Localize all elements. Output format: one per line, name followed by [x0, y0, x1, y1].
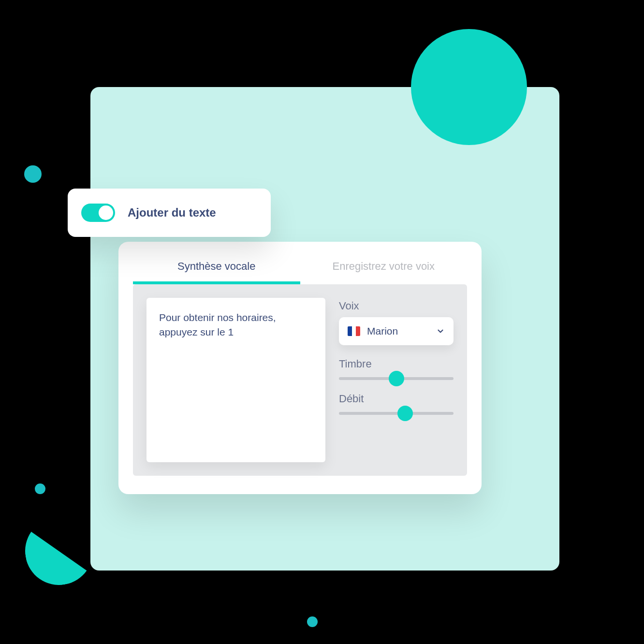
tabs: Synthèse vocale Enregistrez votre voix	[133, 255, 467, 284]
france-flag-icon	[348, 326, 360, 336]
voice-selected-name: Marion	[367, 325, 429, 337]
debit-slider-thumb[interactable]	[397, 406, 413, 421]
voice-controls: Voix Marion Timbre Débit	[339, 298, 454, 462]
timbre-slider-thumb[interactable]	[389, 371, 404, 386]
debit-label: Débit	[339, 393, 454, 405]
debit-slider[interactable]	[339, 412, 454, 415]
decoration-dot	[35, 483, 45, 494]
tab-content: Pour obtenir nos horaires, appuyez sur l…	[133, 284, 467, 476]
decoration-circle-large	[411, 29, 527, 145]
decoration-half-circle	[20, 512, 98, 590]
voice-dropdown[interactable]: Marion	[339, 317, 454, 345]
debit-group: Débit	[339, 393, 454, 415]
add-text-label: Ajouter du texte	[128, 206, 216, 220]
chevron-down-icon	[436, 327, 445, 336]
toggle-knob	[99, 205, 113, 220]
voice-group: Voix Marion	[339, 300, 454, 345]
add-text-toggle-card: Ajouter du texte	[68, 189, 271, 237]
timbre-slider[interactable]	[339, 377, 454, 380]
timbre-group: Timbre	[339, 358, 454, 380]
voice-label: Voix	[339, 300, 454, 312]
tab-tts[interactable]: Synthèse vocale	[133, 255, 300, 284]
decoration-dot	[24, 165, 42, 183]
add-text-toggle[interactable]	[81, 204, 115, 222]
timbre-label: Timbre	[339, 358, 454, 370]
tab-record[interactable]: Enregistrez votre voix	[300, 255, 468, 284]
tts-text-value: Pour obtenir nos horaires, appuyez sur l…	[159, 310, 313, 340]
voice-settings-panel: Synthèse vocale Enregistrez votre voix P…	[118, 242, 482, 494]
tts-text-input[interactable]: Pour obtenir nos horaires, appuyez sur l…	[146, 298, 325, 462]
decoration-dot	[307, 616, 318, 627]
